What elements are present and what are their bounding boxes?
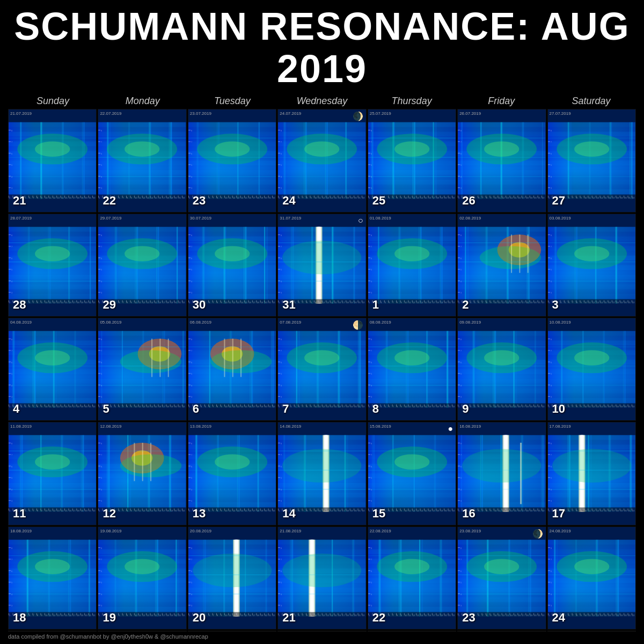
- svg-rect-1319: [98, 396, 100, 397]
- calendar-cell-14: 1234567891011121314151617181920212287654…: [277, 422, 366, 525]
- svg-text:20: 20: [444, 196, 447, 199]
- svg-text:17: 17: [163, 405, 165, 408]
- calendar-cell-22: 1234567891011121314151617181920212287654…: [98, 109, 186, 212]
- svg-text:18: 18: [436, 405, 439, 408]
- svg-rect-1921: [188, 483, 276, 488]
- svg-rect-2013: [278, 489, 365, 490]
- svg-rect-2564: [188, 593, 191, 594]
- svg-text:11: 11: [588, 196, 591, 199]
- svg-text:10: 10: [405, 613, 407, 616]
- svg-rect-318: [278, 153, 280, 153]
- svg-rect-1346: [240, 339, 241, 377]
- svg-text:10: 10: [314, 509, 317, 512]
- svg-rect-1229: [9, 362, 11, 362]
- svg-text:20: 20: [354, 509, 357, 512]
- svg-text:14: 14: [420, 509, 423, 512]
- svg-rect-2898: [548, 605, 550, 605]
- svg-rect-676: [98, 242, 186, 243]
- svg-rect-516: [548, 176, 635, 177]
- svg-text:22: 22: [632, 405, 635, 408]
- svg-text:21: 21: [179, 405, 181, 408]
- svg-text:14: 14: [600, 301, 603, 303]
- svg-text:16: 16: [339, 301, 341, 303]
- svg-rect-2339: [9, 597, 96, 602]
- svg-text:20: 20: [175, 301, 178, 303]
- svg-rect-1665: [548, 331, 635, 336]
- svg-rect-2830: [548, 539, 635, 544]
- svg-rect-589: [9, 275, 96, 280]
- cell-date-number: 12: [103, 507, 115, 521]
- svg-text:13: 13: [237, 613, 239, 616]
- svg-rect-1675: [548, 346, 635, 347]
- moon-phase-icon: 🌒: [532, 529, 543, 539]
- svg-text:10: 10: [494, 613, 497, 616]
- svg-rect-2724: [368, 547, 370, 548]
- svg-text:20: 20: [85, 196, 87, 199]
- svg-rect-1315: [98, 373, 100, 374]
- svg-text:17: 17: [163, 196, 165, 199]
- cell-date-number: 3: [552, 298, 559, 312]
- cell-date-number: 24: [282, 194, 295, 208]
- svg-text:22: 22: [452, 509, 455, 512]
- svg-text:14: 14: [151, 405, 153, 408]
- svg-text:13: 13: [147, 301, 150, 303]
- svg-text:22: 22: [273, 509, 275, 512]
- svg-rect-2011: [278, 451, 365, 452]
- svg-text:10: 10: [405, 196, 407, 199]
- svg-text:12: 12: [592, 196, 595, 199]
- calendar-cell-6: 1234567891011121314151617181920212287654…: [188, 318, 276, 421]
- svg-text:14: 14: [600, 405, 603, 408]
- svg-text:12: 12: [233, 509, 236, 512]
- svg-text:15: 15: [425, 405, 427, 408]
- svg-text:10: 10: [135, 613, 137, 616]
- svg-rect-1227: [9, 350, 11, 350]
- svg-point-2342: [35, 559, 70, 574]
- calendar-cell-8: 1234567891011121314151617181920212287654…: [368, 318, 456, 421]
- svg-text:22: 22: [93, 405, 96, 408]
- svg-text:15: 15: [604, 301, 607, 303]
- svg-rect-2841: [548, 574, 635, 575]
- svg-text:17: 17: [522, 405, 525, 408]
- svg-rect-504: [548, 122, 635, 127]
- svg-text:18: 18: [616, 301, 619, 303]
- svg-text:17: 17: [73, 301, 76, 303]
- cell-date-label: 03.08.2019: [550, 216, 571, 221]
- svg-text:15: 15: [604, 509, 607, 512]
- svg-text:15: 15: [245, 509, 247, 512]
- svg-text:18: 18: [257, 196, 259, 199]
- svg-rect-267: [278, 157, 365, 158]
- svg-text:14: 14: [240, 301, 243, 303]
- svg-text:12: 12: [412, 405, 415, 408]
- svg-text:10: 10: [584, 613, 587, 616]
- svg-rect-1566: [368, 373, 370, 374]
- svg-rect-816: [188, 280, 191, 281]
- svg-text:13: 13: [506, 509, 509, 512]
- svg-rect-678: [98, 280, 186, 281]
- svg-rect-481: [458, 142, 460, 142]
- svg-text:10: 10: [405, 301, 407, 303]
- svg-text:21: 21: [358, 613, 361, 616]
- svg-rect-2092: [368, 470, 456, 471]
- svg-rect-1562: [368, 350, 370, 350]
- svg-rect-925: [368, 242, 456, 243]
- svg-point-1756: [35, 455, 70, 470]
- svg-text:18: 18: [77, 509, 79, 512]
- svg-text:10: 10: [584, 405, 587, 408]
- calendar-cell-25: 1234567891011121314151617181920212287654…: [8, 631, 97, 632]
- svg-point-1511: [394, 350, 429, 365]
- svg-text:12: 12: [323, 509, 325, 512]
- svg-rect-2399: [9, 593, 11, 594]
- svg-rect-1225: [9, 339, 11, 339]
- moon-phase-icon: ○: [358, 216, 363, 225]
- svg-text:14: 14: [600, 613, 603, 616]
- svg-text:21: 21: [89, 509, 92, 512]
- svg-text:21: 21: [89, 405, 92, 408]
- svg-text:19: 19: [81, 509, 84, 512]
- svg-rect-2642: [278, 559, 280, 559]
- svg-rect-2484: [98, 605, 100, 605]
- svg-text:22: 22: [362, 613, 365, 616]
- cell-date-number: 18: [13, 611, 26, 625]
- svg-rect-2671: [368, 588, 456, 592]
- svg-rect-1146: [548, 258, 550, 258]
- svg-rect-2141: [368, 455, 370, 455]
